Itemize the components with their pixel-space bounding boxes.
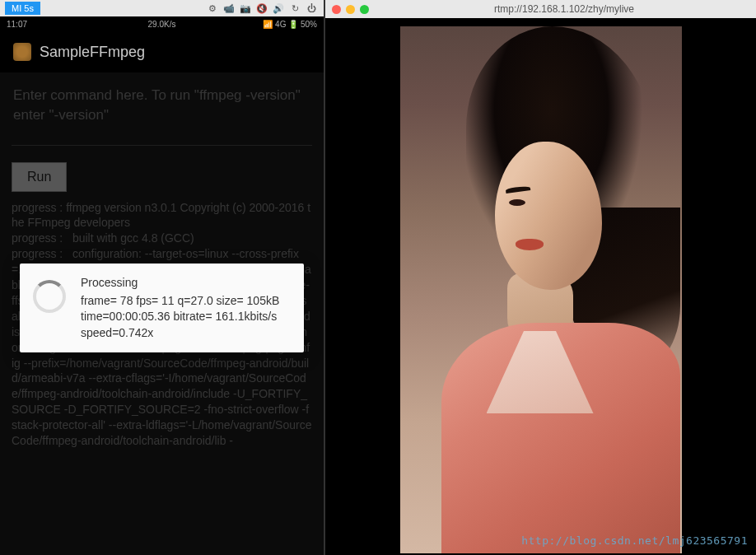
reload-icon[interactable]: ↻ [287, 2, 302, 15]
app-title: SampleFFmpeg [40, 44, 145, 61]
maximize-icon[interactable] [360, 5, 369, 14]
ffmpeg-icon [13, 43, 31, 61]
video-player-window: rtmp://192.168.1.102/zhy/mylive http://b… [324, 0, 756, 555]
dialog-text: Processing frame= 78 fps= 11 q=27.0 size… [81, 275, 291, 341]
window-titlebar: rtmp://192.168.1.102/zhy/mylive [325, 0, 756, 18]
video-area: http://blog.csdn.net/lmj623565791 ↖ [325, 18, 756, 555]
stream-url: rtmp://192.168.1.102/zhy/mylive [379, 3, 749, 15]
video-frame[interactable] [400, 26, 682, 553]
settings-icon[interactable]: ⚙ [205, 2, 220, 15]
android-status-bar: 11:07 29.0K/s 📶 4G 🔋 50% [0, 16, 324, 31]
device-label: MI 5s [5, 2, 40, 15]
status-speed: 29.0K/s [110, 20, 214, 29]
app-header: SampleFFmpeg [0, 31, 324, 72]
dialog-title: Processing [81, 275, 291, 291]
minimize-icon[interactable] [346, 5, 355, 14]
volume-down-icon[interactable]: 🔇 [254, 2, 269, 15]
video-icon[interactable]: 📹 [222, 2, 236, 15]
spinner-icon [33, 280, 66, 313]
status-signal: 📶 4G 🔋 50% [213, 20, 317, 29]
close-icon[interactable] [332, 5, 341, 14]
status-time: 11:07 [7, 20, 110, 29]
processing-dialog: Processing frame= 78 fps= 11 q=27.0 size… [20, 264, 304, 352]
watermark: http://blog.csdn.net/lmj623565791 [521, 534, 748, 547]
camera-icon[interactable]: 📷 [238, 2, 253, 15]
power-icon[interactable]: ⏻ [304, 2, 319, 15]
emulator-toolbar: MI 5s ⚙ 📹 📷 🔇 🔊 ↻ ⏻ [0, 0, 324, 16]
emulator-control-icons: ⚙ 📹 📷 🔇 🔊 ↻ ⏻ [205, 2, 319, 15]
traffic-lights [332, 5, 369, 14]
dialog-body: frame= 78 fps= 11 q=27.0 size= 105kB tim… [81, 293, 291, 342]
volume-up-icon[interactable]: 🔊 [271, 2, 286, 15]
android-emulator-panel: MI 5s ⚙ 📹 📷 🔇 🔊 ↻ ⏻ 11:07 29.0K/s 📶 4G 🔋… [0, 0, 324, 555]
